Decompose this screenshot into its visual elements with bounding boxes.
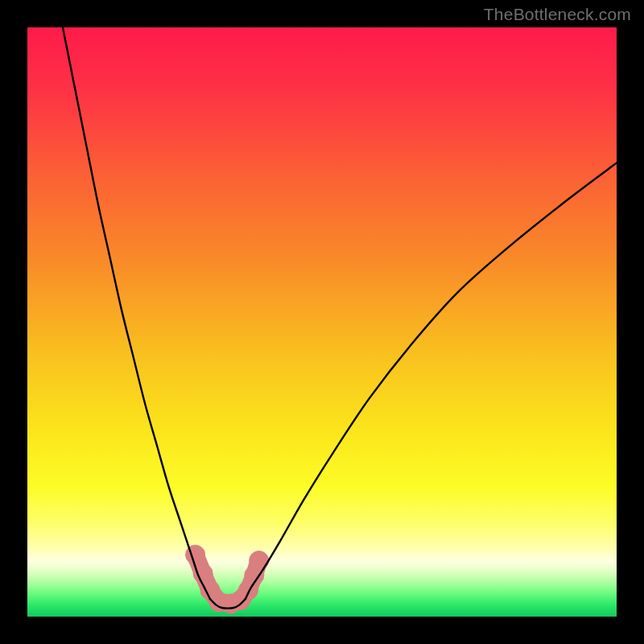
chart-frame: TheBottleneck.com: [0, 0, 644, 644]
right-curve: [246, 163, 617, 599]
marker-dot: [250, 551, 269, 570]
plot-area: [27, 27, 617, 617]
left-curve: [63, 27, 210, 599]
curve-layer: [27, 27, 617, 617]
watermark-text: TheBottleneck.com: [484, 5, 631, 24]
